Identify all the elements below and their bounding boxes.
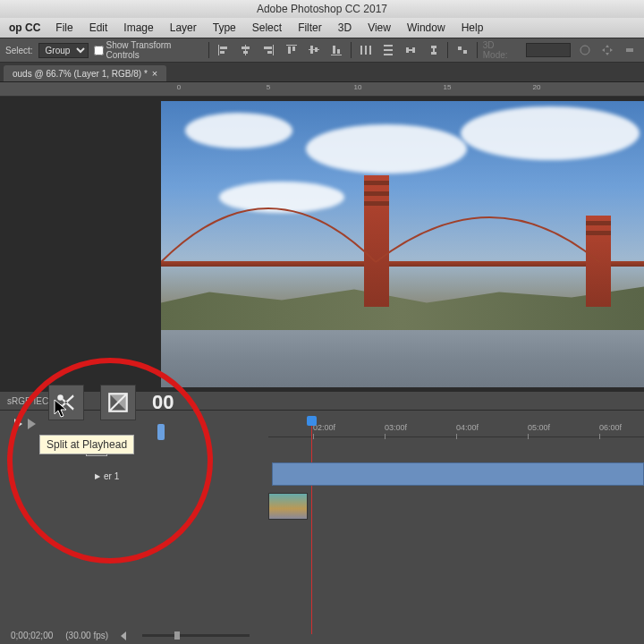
distribute-spacing-v-icon[interactable]: [425, 42, 442, 58]
ruler-mark: 15: [444, 83, 452, 91]
pan-icon[interactable]: [598, 42, 615, 58]
show-transform-checkbox[interactable]: Show Transform Controls: [94, 40, 203, 60]
ruler-mark: 0: [177, 83, 181, 91]
close-tab-icon[interactable]: ×: [152, 68, 157, 79]
time-mark: 04:00f: [456, 423, 479, 432]
document-canvas[interactable]: [161, 101, 644, 387]
menu-view[interactable]: View: [360, 21, 399, 34]
align-top-icon[interactable]: [283, 42, 300, 58]
timeline-ruler[interactable]: 02:00f 03:00f 04:00f 05:00f 06:00f: [268, 423, 644, 437]
align-center-v-icon[interactable]: [305, 42, 322, 58]
slide-icon[interactable]: [622, 42, 639, 58]
window-titlebar: Adobe Photoshop CC 2017: [0, 0, 644, 18]
align-center-h-icon[interactable]: [237, 42, 254, 58]
threed-mode-field[interactable]: [526, 43, 571, 57]
separator: [208, 42, 209, 58]
distribute-v-icon[interactable]: [379, 42, 396, 58]
menu-filter[interactable]: Filter: [290, 21, 330, 34]
horizontal-ruler[interactable]: 0 5 10 15 20: [0, 82, 644, 97]
threed-mode-label: 3D Mode:: [483, 40, 521, 60]
menu-3d[interactable]: 3D: [330, 21, 360, 34]
time-mark: 06:00f: [599, 423, 622, 432]
distribute-h-icon[interactable]: [357, 42, 374, 58]
separator: [351, 42, 352, 58]
frame-rate: (30.00 fps): [65, 631, 108, 640]
play-button[interactable]: [14, 419, 22, 429]
current-time: 0;00;02;00: [11, 631, 53, 640]
timecode-display[interactable]: 00: [152, 391, 174, 414]
menu-bar: op CC File Edit Image Layer Type Select …: [0, 18, 644, 38]
menu-file[interactable]: File: [47, 21, 80, 34]
document-tab-bar: ouds @ 66.7% (Layer 1, RGB/8) * ×: [0, 63, 644, 82]
timeline-layer-row[interactable]: ▶ er 1: [89, 462, 644, 489]
separator: [447, 42, 448, 58]
app-menu[interactable]: op CC: [2, 21, 47, 34]
menu-image[interactable]: Image: [115, 21, 161, 34]
color-profile-label: sRGB IEC: [7, 396, 48, 406]
show-transform-label: Show Transform Controls: [106, 40, 203, 60]
show-transform-input[interactable]: [94, 46, 104, 55]
ruler-mark: 5: [267, 83, 270, 91]
autoselect-dropdown[interactable]: Group: [38, 43, 89, 58]
align-left-icon[interactable]: [215, 42, 232, 58]
timecode-playhead-marker[interactable]: [157, 424, 165, 440]
menu-select[interactable]: Select: [244, 21, 290, 34]
document-tab[interactable]: ouds @ 66.7% (Layer 1, RGB/8) * ×: [4, 65, 166, 81]
playhead[interactable]: [311, 419, 312, 634]
svg-point-0: [580, 46, 589, 55]
zoom-slider-icon[interactable]: [121, 631, 130, 640]
layer-label[interactable]: ▶ er 1: [89, 471, 179, 481]
auto-align-icon[interactable]: [453, 42, 470, 58]
separator: [477, 42, 478, 58]
options-bar: Select: Group Show Transform Controls 3D…: [0, 38, 644, 63]
ruler-mark: 10: [354, 83, 362, 91]
window-title: Adobe Photoshop CC 2017: [257, 3, 387, 15]
svg-rect-1: [626, 48, 633, 52]
tooltip: Split at Playhead: [39, 435, 134, 454]
align-bottom-icon[interactable]: [328, 42, 345, 58]
menu-type[interactable]: Type: [205, 21, 244, 34]
canvas-area: [0, 97, 644, 392]
orbit-icon[interactable]: [576, 42, 593, 58]
timeline-layers: ▶ er 1: [89, 462, 644, 489]
time-mark: 05:00f: [528, 423, 550, 432]
transition-button[interactable]: [100, 385, 136, 420]
menu-help[interactable]: Help: [453, 21, 492, 34]
step-forward-button[interactable]: [28, 419, 36, 429]
ruler-mark: 20: [533, 83, 541, 91]
distribute-spacing-h-icon[interactable]: [402, 42, 419, 58]
time-mark: 03:00f: [385, 423, 407, 432]
document-tab-title: ouds @ 66.7% (Layer 1, RGB/8) *: [13, 69, 148, 79]
clip-thumbnail[interactable]: [268, 493, 308, 520]
zoom-slider[interactable]: [142, 634, 250, 637]
align-right-icon[interactable]: [260, 42, 277, 58]
menu-layer[interactable]: Layer: [162, 21, 205, 34]
timeline-footer: 0;00;02;00 (30.00 fps): [11, 631, 250, 640]
menu-edit[interactable]: Edit: [81, 21, 116, 34]
video-clip[interactable]: [272, 462, 644, 486]
menu-window[interactable]: Window: [399, 21, 453, 34]
split-at-playhead-button[interactable]: [48, 385, 84, 420]
autoselect-label: Select:: [5, 46, 33, 55]
